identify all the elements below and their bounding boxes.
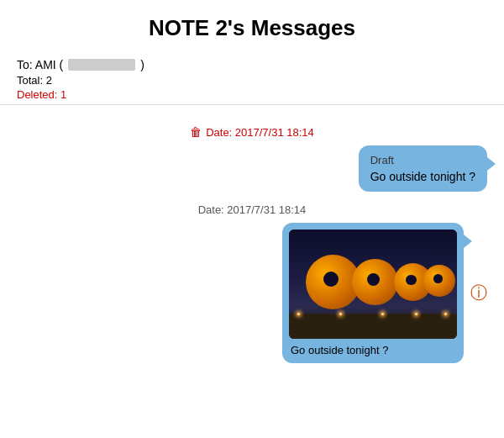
image-bubble: Go outside tonight ? — [282, 223, 464, 363]
image-placeholder — [289, 230, 457, 339]
light-dot-1 — [297, 313, 300, 315]
deleted-date-separator: 🗑 Date: 2017/7/31 18:14 — [17, 125, 487, 139]
recipient-blur — [68, 59, 135, 71]
recipient-line: To: AMI ( ) — [17, 58, 487, 71]
normal-date-text: Date: 2017/7/31 18:14 — [198, 203, 307, 216]
recipient-section: To: AMI ( ) Total: 2 Deleted: 1 — [0, 51, 504, 105]
draft-message-row: Draft Go outside tonight ? — [17, 145, 487, 192]
sphere-2 — [352, 259, 398, 305]
recipient-label: To: AMI ( — [17, 58, 63, 71]
image-message-row: Go outside tonight ? ⓘ — [17, 223, 487, 363]
light-dot-4 — [415, 313, 417, 315]
warning-icon: ⓘ — [470, 282, 487, 304]
sphere-4 — [423, 265, 455, 297]
page-title: NOTE 2's Messages — [0, 0, 504, 51]
night-scene — [289, 230, 457, 339]
draft-label: Draft — [370, 154, 475, 166]
light-dot-5 — [444, 313, 447, 315]
normal-date-separator: Date: 2017/7/31 18:14 — [17, 203, 487, 216]
image-caption: Go outside tonight ? — [289, 344, 457, 356]
messages-area: 🗑 Date: 2017/7/31 18:14 Draft Go outside… — [0, 105, 504, 380]
draft-message-text: Go outside tonight ? — [370, 170, 475, 183]
trash-icon: 🗑 — [190, 125, 202, 139]
light-dot-2 — [339, 313, 342, 315]
deleted-date-text: Date: 2017/7/31 18:14 — [206, 126, 314, 139]
ground — [289, 314, 457, 339]
total-line: Total: 2 — [17, 74, 487, 87]
recipient-close: ) — [140, 58, 144, 71]
draft-bubble: Draft Go outside tonight ? — [359, 145, 487, 192]
deleted-line: Deleted: 1 — [17, 88, 487, 101]
light-dot-3 — [381, 313, 384, 315]
image-bubble-wrapper: Go outside tonight ? ⓘ — [282, 223, 487, 363]
